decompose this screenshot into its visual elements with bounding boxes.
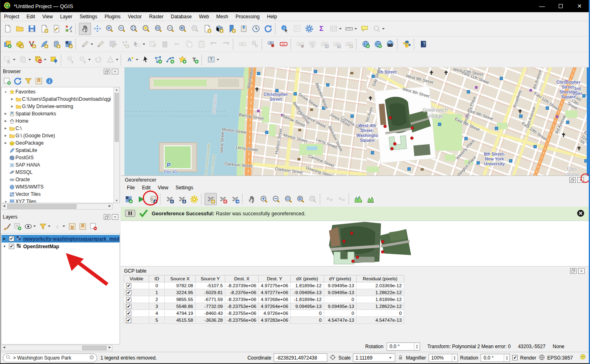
- georeferencer-menu-edit[interactable]: Edit: [138, 184, 154, 191]
- create-polygon-annotation-button[interactable]: [152, 54, 164, 66]
- expand-icon[interactable]: ▶: [3, 127, 8, 130]
- coordinate-input[interactable]: -8238291,4972438: [274, 353, 327, 362]
- layers-filter-legend-dropdown-icon[interactable]: [48, 225, 50, 227]
- python-console-button[interactable]: [401, 38, 413, 50]
- pan-map-button[interactable]: [79, 23, 91, 35]
- georef-open-raster-button[interactable]: [122, 193, 135, 205]
- main-annotation-layer-button[interactable]: A: [124, 54, 136, 66]
- lock-scale-icon[interactable]: [398, 354, 403, 362]
- close-button[interactable]: ✕: [570, 0, 589, 12]
- gcp-visible-checkbox[interactable]: ✔: [126, 290, 131, 295]
- layer-expand-icon[interactable]: ▶: [2, 237, 7, 240]
- gcp-column-header[interactable]: Source Y: [196, 275, 225, 282]
- gcp-column-header[interactable]: Residual (pixels): [356, 275, 404, 282]
- gcp-visible-checkbox[interactable]: ✔: [126, 318, 131, 323]
- new-mesh-layer-button[interactable]: [50, 38, 62, 50]
- expand-icon[interactable]: ▶: [3, 141, 8, 145]
- save-project-button[interactable]: [26, 23, 38, 35]
- text-annotation-form-button[interactable]: T: [205, 54, 217, 66]
- gcp-table-row[interactable]: ✔29855.55-6771.59-8.23739e+064.97268e+06…: [124, 296, 404, 303]
- menu-plugins[interactable]: Plugins: [101, 13, 124, 20]
- georef-save-gcp-points-button[interactable]: [176, 193, 188, 205]
- georeferencer-menu-file[interactable]: File: [123, 184, 138, 191]
- zoom-out-button[interactable]: [115, 23, 128, 35]
- expand-icon[interactable]: ▶: [10, 98, 15, 101]
- new-map-view-button[interactable]: [201, 23, 213, 35]
- new-geopackage-layer-button[interactable]: [13, 38, 26, 50]
- open-data-source-manager-button[interactable]: [1, 38, 13, 50]
- layers-manage-map-themes-dropdown-icon[interactable]: [33, 225, 36, 227]
- zoom-in-button[interactable]: [103, 23, 115, 35]
- browser-item-spatial-bookmarks[interactable]: ▶Spatial Bookmarks: [2, 110, 120, 117]
- menu-project[interactable]: Project: [0, 13, 23, 20]
- select-by-location-button[interactable]: [48, 54, 60, 66]
- show-spatial-bookmarks-button[interactable]: [237, 23, 250, 35]
- zoom-to-layer-button[interactable]: [152, 23, 164, 35]
- georef-move-gcp-point-button[interactable]: [229, 193, 241, 205]
- refresh-button[interactable]: [262, 23, 274, 35]
- browser-item-c[interactable]: ▶C:\: [2, 125, 120, 132]
- gcp-table-row[interactable]: ✔13224.95-5029.81-8.2376e+064.97277e+06-…: [124, 289, 404, 296]
- map-tips-button[interactable]: [358, 23, 370, 35]
- expand-icon[interactable]: ▶: [3, 119, 8, 123]
- menu-edit[interactable]: Edit: [23, 13, 39, 20]
- georef-start-georeferencing-button[interactable]: [135, 193, 147, 205]
- new-spatial-bookmark-button[interactable]: [225, 23, 237, 35]
- gcp-column-header[interactable]: Dest. Y: [259, 275, 290, 282]
- new-shapefile-layer-button[interactable]: [26, 38, 38, 50]
- georeferencer-preview[interactable]: [121, 221, 589, 266]
- gcp-table-row[interactable]: ✔44794.19-8460.43-8.23755e+064.9726e+060…: [124, 310, 404, 317]
- layer-visibility-checkbox[interactable]: ✔: [9, 244, 14, 249]
- add-wms-service-button[interactable]: [359, 38, 372, 50]
- gcp-table-float-icon[interactable]: [570, 268, 577, 274]
- menu-view[interactable]: View: [39, 13, 57, 20]
- gcp-visible-checkbox[interactable]: ✔: [126, 283, 131, 288]
- menu-web[interactable]: Web: [195, 13, 212, 20]
- georef-transformation-settings-button[interactable]: [188, 193, 200, 205]
- browser-item-c-users-spatialthoughts-downloads-qgi[interactable]: ▶C:\Users\SpatialThoughts\Downloads\qgi: [2, 95, 120, 103]
- new-virtual-layer-button[interactable]: [62, 38, 74, 50]
- browser-item-postgis[interactable]: PostGIS: [2, 154, 120, 161]
- browser-item-g-google-drive[interactable]: ▶G:\ (Google Drive): [2, 132, 120, 139]
- menu-layer[interactable]: Layer: [57, 13, 76, 20]
- menu-vector[interactable]: Vector: [124, 13, 146, 20]
- zoom-full-button[interactable]: [128, 23, 140, 35]
- gcp-column-header[interactable]: ID: [149, 275, 165, 282]
- browser-item-vector-tiles[interactable]: Vector Tiles: [2, 191, 120, 198]
- map-canvas[interactable]: 9th StreetWest 9th StreetWest 8th Street…: [124, 67, 589, 176]
- browser-item-sap-hana[interactable]: SAP HANA: [2, 161, 120, 169]
- expand-icon[interactable]: ▶: [10, 105, 15, 108]
- menu-help[interactable]: Help: [263, 13, 281, 20]
- browser-refresh-browser-button[interactable]: [13, 76, 22, 86]
- messages-bubble-icon[interactable]: [579, 354, 586, 362]
- gcp-visible-checkbox[interactable]: ✔: [126, 304, 131, 309]
- layers-close-icon[interactable]: ×: [112, 214, 118, 220]
- rotation-spinner[interactable]: 0.0 °▲▼: [481, 354, 510, 362]
- gcp-visible-checkbox[interactable]: ✔: [126, 311, 131, 316]
- pause-icon[interactable]: [125, 210, 135, 218]
- georef-delete-point-button[interactable]: [217, 193, 229, 205]
- browser-item-spatialite[interactable]: SpatiaLite: [2, 147, 120, 154]
- expand-icon[interactable]: ▶: [3, 112, 8, 115]
- georef-add-point-button[interactable]: [205, 193, 217, 205]
- georef-zoom-in-button[interactable]: [258, 193, 270, 205]
- browser-item-home[interactable]: ▶Home: [2, 117, 120, 125]
- panel-splitter[interactable]: [121, 67, 124, 176]
- magnifier-spinner[interactable]: 100%▲▼: [429, 354, 458, 362]
- minimize-button[interactable]: —: [533, 0, 551, 12]
- browser-item-favorites[interactable]: ▼Favorites: [2, 88, 120, 95]
- layers-filter-legend-by-expression-dropdown-icon[interactable]: [63, 225, 65, 227]
- zoom-to-selection-button[interactable]: [140, 23, 152, 35]
- menu-settings[interactable]: Settings: [76, 13, 101, 20]
- gcp-column-header[interactable]: Source X: [165, 275, 196, 282]
- statistical-summary-button[interactable]: Σ: [315, 23, 327, 35]
- browser-add-selected-layers-button[interactable]: [2, 76, 12, 86]
- browser-browser-properties-button[interactable]: i: [44, 76, 54, 86]
- highlight-pinned-labels-button[interactable]: abc: [277, 38, 290, 50]
- maximize-button[interactable]: [551, 0, 570, 12]
- browser-close-icon[interactable]: ×: [112, 69, 118, 74]
- georef-generate-gdal-script-button[interactable]: [147, 193, 159, 205]
- browser-filter-browser-button[interactable]: [23, 76, 33, 86]
- georef-zoom-to-layer-button[interactable]: [282, 193, 294, 205]
- search-csw-services-button[interactable]: [384, 38, 396, 50]
